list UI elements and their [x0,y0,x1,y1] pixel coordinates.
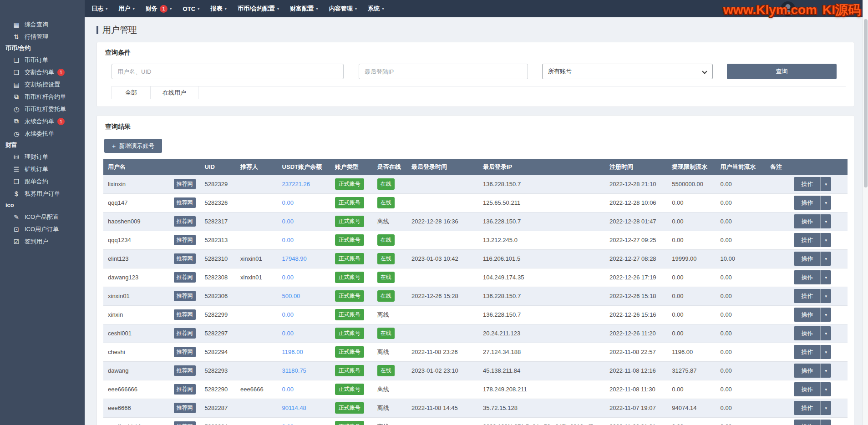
balance-link[interactable]: 0.00 [282,423,294,425]
action-split-button[interactable]: 操作▾ [794,420,831,425]
add-demo-account-button[interactable]: + 新增演示账号 [104,139,162,153]
sidebar-item[interactable]: ❐跟单合约 [0,175,85,187]
action-split-button[interactable]: 操作▾ [794,196,831,210]
tab-online-users[interactable]: 在线用户 [151,86,198,99]
nav-item-4[interactable]: OTC▾ [178,0,205,17]
balance-link[interactable]: 0.00 [282,199,294,206]
sidebar-item[interactable]: ❏交割合约单1 [0,66,85,78]
sidebar-item[interactable]: ☑签到用户 [0,235,85,248]
action-split-button[interactable]: 操作▾ [794,233,831,247]
scrollbar-thumb[interactable] [864,19,868,187]
action-cell: 操作▾ [789,361,848,380]
action-button[interactable]: 操作 [794,420,820,425]
sidebar-item[interactable]: ◷币币杠杆委托单 [0,103,85,115]
action-split-button[interactable]: 操作▾ [794,252,831,266]
sidebar-item[interactable]: ◷永续委托单 [0,127,85,140]
action-button[interactable]: 操作 [794,233,820,247]
clipboard-icon: ▤ [12,81,20,88]
balance-link[interactable]: 17948.90 [282,255,307,262]
action-split-button[interactable]: 操作▾ [794,345,831,359]
action-button[interactable]: 操作 [794,214,820,228]
tab-all[interactable]: 全部 [112,86,151,99]
sidebar-item[interactable]: $私募用户订单 [0,187,85,200]
action-button[interactable]: 操作 [794,270,820,284]
sidebar-item[interactable]: ⧉币币杠杆合约单 [0,91,85,103]
action-caret-icon[interactable]: ▾ [820,233,831,247]
nav-item-1[interactable]: 日志▾ [86,0,113,17]
account-type-badge: 正式账号 [335,253,364,264]
balance-link[interactable]: 0.00 [282,330,294,337]
nav-item-6[interactable]: 币币/合约配置▾ [232,0,284,17]
nav-item-label: 用户 [119,5,131,13]
balance-link[interactable]: 90114.48 [282,405,306,411]
sidebar-item[interactable]: ⊡ICO用户订单 [0,223,85,235]
nav-item-8[interactable]: 内容管理▾ [324,0,363,17]
account-type-select[interactable]: 所有账号 [542,64,713,79]
action-split-button[interactable]: 操作▾ [794,364,831,378]
action-button[interactable]: 操作 [794,289,820,303]
action-caret-icon[interactable]: ▾ [820,382,831,396]
sidebar-item-badge: 1 [57,118,65,125]
action-caret-icon[interactable]: ▾ [820,270,831,284]
action-caret-icon[interactable]: ▾ [820,308,831,322]
nav-item-7[interactable]: 财富配置▾ [284,0,324,17]
action-split-button[interactable]: 操作▾ [794,214,831,228]
action-button[interactable]: 操作 [794,252,820,266]
balance-link[interactable]: 0.00 [282,311,294,318]
action-caret-icon[interactable]: ▾ [820,420,831,425]
balance-link[interactable]: 0.00 [282,274,294,281]
action-caret-icon[interactable]: ▾ [820,177,831,191]
action-split-button[interactable]: 操作▾ [794,308,831,322]
action-button[interactable]: 操作 [794,326,820,340]
action-caret-icon[interactable]: ▾ [820,364,831,378]
sidebar-item[interactable]: ▦综合查询 [0,18,85,30]
sidebar-item[interactable]: ❏币币订单 [0,54,85,66]
action-button[interactable]: 操作 [794,308,820,322]
sidebar-item[interactable]: ☰矿机订单 [0,163,85,175]
sidebar-item[interactable]: ⇅行情管理 [0,30,85,43]
action-button[interactable]: 操作 [794,345,820,359]
action-caret-icon[interactable]: ▾ [820,326,831,340]
action-split-button[interactable]: 操作▾ [794,326,831,340]
username-uid-input[interactable] [112,64,344,79]
search-button[interactable]: 查询 [727,64,837,79]
sidebar-item[interactable]: ⛁理财订单 [0,151,85,163]
sidebar-item[interactable]: ✎ICO产品配置 [0,211,85,223]
action-split-button[interactable]: 操作▾ [794,177,831,191]
referral-badge: 推荐网 [174,347,196,357]
last-login-ip-cell: 13.212.245.0 [478,231,605,249]
action-split-button[interactable]: 操作▾ [794,401,831,415]
action-button[interactable]: 操作 [794,401,820,415]
last-login-time-cell [407,268,478,287]
balance-cell: 17948.90 [278,249,330,268]
nav-item-3[interactable]: 财务1▾ [140,0,178,17]
nav-item-2[interactable]: 用户▾ [113,0,141,17]
balance-link[interactable]: 1196.00 [282,349,303,355]
balance-link[interactable]: 0.00 [282,218,294,225]
action-split-button[interactable]: 操作▾ [794,270,831,284]
action-caret-icon[interactable]: ▾ [820,196,831,210]
action-caret-icon[interactable]: ▾ [820,401,831,415]
action-split-button[interactable]: 操作▾ [794,289,831,303]
action-button[interactable]: 操作 [794,382,820,396]
balance-link[interactable]: 31180.75 [282,367,306,374]
action-caret-icon[interactable]: ▾ [820,289,831,303]
action-button[interactable]: 操作 [794,196,820,210]
action-button[interactable]: 操作 [794,364,820,378]
sidebar-item[interactable]: ⧉永续合约单1 [0,115,85,127]
action-split-button[interactable]: 操作▾ [794,382,831,396]
scrollbar[interactable] [863,0,868,425]
balance-link[interactable]: 237221.26 [282,181,310,187]
action-caret-icon[interactable]: ▾ [820,214,831,228]
referrer-cell [236,361,278,380]
balance-link[interactable]: 0.00 [282,386,294,393]
action-caret-icon[interactable]: ▾ [820,345,831,359]
balance-link[interactable]: 0.00 [282,237,294,243]
action-button[interactable]: 操作 [794,177,820,191]
nav-item-9[interactable]: 系统▾ [362,0,390,17]
last-login-ip-input[interactable] [359,64,528,79]
sidebar-item[interactable]: ▤交割场控设置 [0,78,85,91]
action-caret-icon[interactable]: ▾ [820,252,831,266]
nav-item-5[interactable]: 报表▾ [205,0,233,17]
balance-link[interactable]: 500.00 [282,293,300,299]
